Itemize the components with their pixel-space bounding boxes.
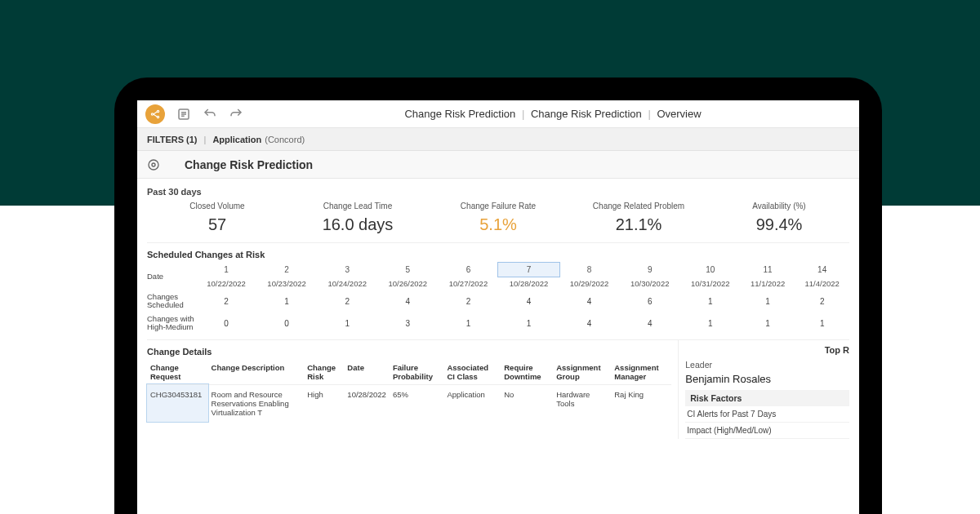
sched-cell[interactable]: 1	[680, 312, 741, 335]
sched-col-date: 10/26/2022	[377, 277, 438, 290]
sched-data-row: Changes Scheduled21242446112	[147, 290, 849, 312]
sched-col-num[interactable]: 3	[317, 263, 377, 277]
scheduled-table: Date 12356789101114 10/22/202210/23/2022…	[147, 263, 849, 335]
sched-cell[interactable]: 4	[377, 290, 438, 312]
kpi-closed-volume[interactable]: Closed Volume 57	[147, 202, 287, 234]
page-title: Change Risk Prediction	[185, 158, 313, 171]
details-header[interactable]: Change Request	[147, 360, 208, 385]
breadcrumb-part[interactable]: Change Risk Prediction	[531, 108, 642, 120]
details-header[interactable]: Associated CI Class	[443, 360, 501, 385]
redo-icon[interactable]	[229, 107, 243, 122]
details-header[interactable]: Change Description	[208, 360, 305, 385]
filters-label[interactable]: FILTERS (1)	[147, 135, 198, 144]
risk-factor-item[interactable]: CI Alerts for Past 7 Days	[685, 406, 849, 423]
sched-col-num[interactable]: 6	[438, 263, 498, 277]
sched-col-num[interactable]: 10	[680, 263, 741, 277]
details-header[interactable]: Change Risk	[304, 360, 344, 385]
list-icon[interactable]	[176, 107, 191, 122]
app-logo-icon[interactable]	[145, 104, 165, 124]
change-details-panel: Change Details Change RequestChange Desc…	[147, 340, 678, 439]
breadcrumb-part[interactable]: Change Risk Prediction	[404, 108, 515, 120]
kpi-value: 5.1%	[428, 215, 568, 234]
sched-col-num[interactable]: 14	[795, 263, 849, 277]
kpi-row: Closed Volume 57 Change Lead Time 16.0 d…	[147, 202, 849, 243]
sched-col-num[interactable]: 11	[741, 263, 795, 277]
cell-failure-prob: 65%	[390, 384, 444, 422]
kpi-lead-time[interactable]: Change Lead Time 16.0 days	[287, 202, 428, 234]
kpi-related-problem[interactable]: Change Related Problem 21.1%	[568, 202, 709, 234]
cell-change-request[interactable]: CHG30453181	[147, 384, 208, 422]
sched-cell[interactable]: 1	[741, 290, 795, 312]
sched-col-num[interactable]: 1	[196, 263, 256, 277]
breadcrumb-part[interactable]: Overview	[657, 108, 701, 120]
kpi-label: Change Failure Rate	[428, 202, 568, 210]
sched-col-num[interactable]: 9	[620, 263, 680, 277]
sched-col-num[interactable]: 7	[498, 263, 559, 277]
kpi-availability[interactable]: Availability (%) 99.4%	[709, 202, 849, 234]
details-header[interactable]: Assignment Manager	[611, 360, 671, 385]
details-header[interactable]: Failure Probability	[390, 360, 444, 385]
scheduled-title: Scheduled Changes at Risk	[147, 250, 849, 259]
kpi-value: 99.4%	[709, 215, 849, 234]
dashboard-icon	[147, 158, 160, 171]
details-header[interactable]: Assignment Group	[553, 360, 611, 385]
kpi-value: 16.0 days	[287, 215, 428, 234]
svg-point-5	[152, 163, 155, 166]
sched-cell[interactable]: 0	[256, 312, 317, 335]
svg-point-1	[157, 110, 158, 112]
cell-date: 10/28/2022	[344, 384, 390, 422]
sched-cell[interactable]: 2	[317, 290, 377, 312]
kpi-value: 21.1%	[568, 215, 709, 234]
kpi-label: Change Lead Time	[287, 202, 428, 210]
sched-cell[interactable]: 4	[498, 290, 559, 312]
filter-bar: FILTERS (1) | Application (Concord)	[137, 128, 859, 151]
sched-col-date: 10/23/2022	[256, 277, 317, 290]
cell-ci-class: Application	[443, 384, 501, 422]
sched-cell[interactable]: 4	[620, 312, 680, 335]
cell-assign-mgr: Raj King	[611, 384, 671, 422]
sched-col-num[interactable]: 8	[559, 263, 620, 277]
filter-app-label[interactable]: Application	[212, 135, 261, 144]
kpi-failure-rate[interactable]: Change Failure Rate 5.1%	[428, 202, 568, 234]
details-title: Change Details	[147, 347, 671, 357]
dashboard-content: Past 30 days Closed Volume 57 Change Lea…	[137, 179, 859, 444]
sched-cell[interactable]: 1	[498, 312, 559, 335]
sched-cell[interactable]: 1	[680, 290, 741, 312]
svg-point-2	[157, 116, 158, 117]
svg-point-0	[151, 113, 153, 114]
details-row[interactable]: CHG30453181 Room and Resource Reservatio…	[147, 384, 671, 422]
app-screen: Change Risk Prediction | Change Risk Pre…	[137, 100, 859, 514]
sched-row-label: Changes with High-Medium	[147, 312, 196, 335]
kpi-label: Availability (%)	[709, 202, 849, 210]
sched-cell[interactable]: 1	[317, 312, 377, 335]
sched-cell[interactable]: 1	[795, 312, 849, 335]
details-header[interactable]: Date	[344, 360, 390, 385]
sched-col-num[interactable]: 2	[256, 263, 317, 277]
sched-col-num[interactable]: 5	[377, 263, 438, 277]
sched-cell[interactable]: 1	[741, 312, 795, 335]
period-label: Past 30 days	[147, 187, 849, 197]
sched-cell[interactable]: 2	[795, 290, 849, 312]
sched-cell[interactable]: 4	[559, 290, 620, 312]
sched-col-date: 10/28/2022	[498, 277, 559, 290]
sched-col-date: 10/24/2022	[317, 277, 377, 290]
sched-cell[interactable]: 3	[377, 312, 438, 335]
sched-cell[interactable]: 0	[196, 312, 256, 335]
undo-icon[interactable]	[203, 107, 217, 122]
cell-change-risk: High	[304, 384, 344, 422]
sched-cell[interactable]: 1	[256, 290, 317, 312]
sched-cell[interactable]: 2	[438, 290, 498, 312]
breadcrumb: Change Risk Prediction | Change Risk Pre…	[255, 108, 851, 120]
sched-row-label: Changes Scheduled	[147, 290, 196, 312]
kpi-label: Closed Volume	[147, 202, 287, 210]
sched-cell[interactable]: 6	[620, 290, 680, 312]
details-header[interactable]: Require Downtime	[501, 360, 553, 385]
sched-cell[interactable]: 2	[196, 290, 256, 312]
risk-factor-item[interactable]: Impact (High/Med/Low)	[685, 423, 849, 439]
sched-cell[interactable]: 1	[438, 312, 498, 335]
sched-num-row: Date 12356789101114	[147, 263, 849, 277]
kpi-label: Change Related Problem	[568, 202, 709, 210]
sched-cell[interactable]: 4	[559, 312, 620, 335]
sched-col-date: 11/4/2022	[795, 277, 849, 290]
sched-col-date: 10/29/2022	[559, 277, 620, 290]
